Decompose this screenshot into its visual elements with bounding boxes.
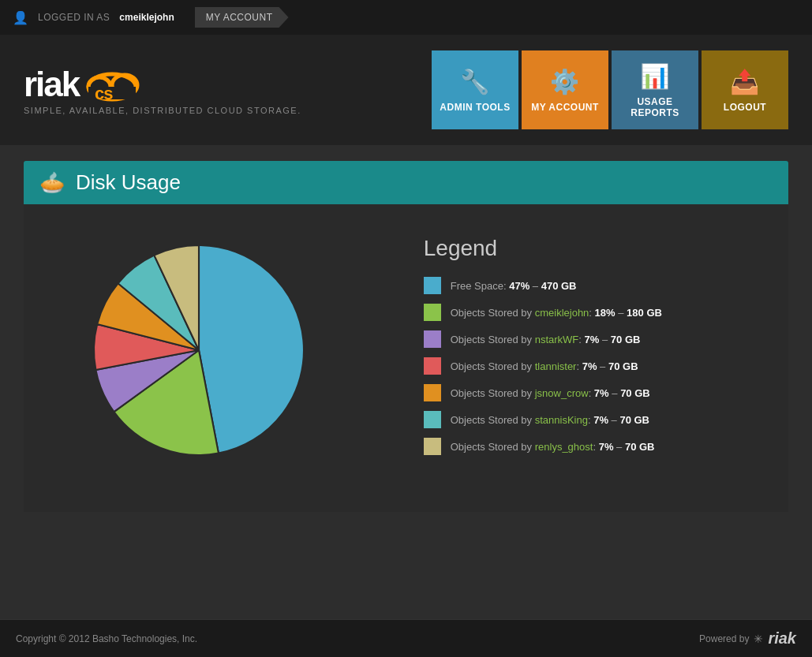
- usage-reports-button[interactable]: 📊 USAGE REPORTS: [612, 50, 698, 129]
- legend-items: Free Space: 47% – 470 GBObjects Stored b…: [424, 277, 724, 455]
- legend-item: Objects Stored by stannisKing: 7% – 70 G…: [424, 411, 724, 428]
- legend-color-box: [424, 357, 441, 375]
- legend-text: Objects Stored by tlannister: 7% – 70 GB: [451, 360, 638, 372]
- user-icon: 👤: [13, 10, 28, 25]
- legend-text: Free Space: 47% – 470 GB: [451, 280, 577, 292]
- logo-subtitle: SIMPLE, AVAILABLE, DISTRIBUTED CLOUD STO…: [24, 106, 301, 115]
- legend-color-box: [424, 277, 441, 294]
- my-account-topbar-button[interactable]: MY ACCOUNT: [195, 7, 289, 28]
- legend-text: Objects Stored by cmeiklejohn: 18% – 180…: [451, 307, 662, 319]
- powered-by-label: Powered by: [699, 633, 749, 644]
- legend-text: Objects Stored by renlys_ghost: 7% – 70 …: [451, 441, 655, 453]
- my-account-icon: ⚙️: [550, 68, 580, 95]
- disk-usage-title: Disk Usage: [76, 170, 181, 195]
- pie-chart-svg: [88, 240, 309, 461]
- admin-tools-icon: 🔧: [460, 68, 490, 95]
- chart-area: Legend Free Space: 47% – 470 GBObjects S…: [24, 204, 788, 512]
- footer: Copyright © 2012 Basho Technologies, Inc…: [0, 619, 812, 657]
- logo-text-riak: riak: [24, 65, 79, 104]
- legend-color-box: [424, 411, 441, 428]
- legend-item: Objects Stored by renlys_ghost: 7% – 70 …: [424, 438, 724, 455]
- legend-item: Free Space: 47% – 470 GB: [424, 277, 724, 294]
- legend-text: Objects Stored by nstarkWF: 7% – 70 GB: [451, 334, 641, 345]
- snowflake-icon: ✳: [754, 633, 763, 645]
- legend-text: Objects Stored by stannisKing: 7% – 70 G…: [451, 414, 649, 426]
- usage-reports-label: USAGE REPORTS: [612, 96, 698, 118]
- legend-color-box: [424, 304, 441, 321]
- legend-color-box: [424, 384, 441, 401]
- my-account-nav-button[interactable]: ⚙️ MY ACCOUNT: [522, 50, 608, 129]
- legend-text: Objects Stored by jsnow_crow: 7% – 70 GB: [451, 387, 650, 399]
- cloud-logo-icon: cs: [80, 65, 144, 104]
- svg-text:cs: cs: [95, 84, 113, 103]
- legend-color-box: [424, 438, 441, 455]
- topbar: 👤 LOGGED IN AS cmeiklejohn MY ACCOUNT: [0, 0, 812, 35]
- usage-reports-icon: 📊: [640, 62, 670, 90]
- logo-area: riak cs SIMPLE, AVAILABLE, DISTRIBUTED C…: [24, 65, 301, 115]
- legend-color-box: [424, 330, 441, 348]
- username-display: cmeiklejohn: [119, 12, 174, 23]
- copyright-text: Copyright © 2012 Basho Technologies, Inc…: [16, 633, 197, 644]
- legend-item: Objects Stored by tlannister: 7% – 70 GB: [424, 357, 724, 375]
- logo: riak cs: [24, 65, 301, 104]
- logout-label: LOGOUT: [724, 102, 766, 113]
- logout-icon: 📤: [730, 68, 760, 95]
- header: riak cs SIMPLE, AVAILABLE, DISTRIBUTED C…: [0, 35, 812, 145]
- admin-tools-button[interactable]: 🔧 ADMIN TOOLS: [432, 50, 518, 129]
- nav-buttons: 🔧 ADMIN TOOLS ⚙️ MY ACCOUNT 📊 USAGE REPO…: [432, 50, 788, 129]
- legend-heading: Legend: [424, 236, 724, 261]
- disk-usage-section-header: 🥧 Disk Usage: [24, 161, 788, 204]
- riak-footer-logo: riak: [768, 629, 796, 648]
- powered-by: Powered by ✳ riak: [699, 629, 796, 648]
- my-account-label: MY ACCOUNT: [531, 102, 599, 113]
- logged-in-label: LOGGED IN AS: [38, 12, 110, 23]
- logout-button[interactable]: 📤 LOGOUT: [702, 50, 788, 129]
- legend-panel: Legend Free Space: 47% – 470 GBObjects S…: [392, 236, 724, 465]
- disk-usage-pie-icon: 🥧: [39, 170, 65, 195]
- admin-tools-label: ADMIN TOOLS: [440, 102, 510, 113]
- legend-item: Objects Stored by nstarkWF: 7% – 70 GB: [424, 330, 724, 348]
- legend-item: Objects Stored by jsnow_crow: 7% – 70 GB: [424, 384, 724, 401]
- legend-item: Objects Stored by cmeiklejohn: 18% – 180…: [424, 304, 724, 321]
- pie-chart: [88, 240, 309, 461]
